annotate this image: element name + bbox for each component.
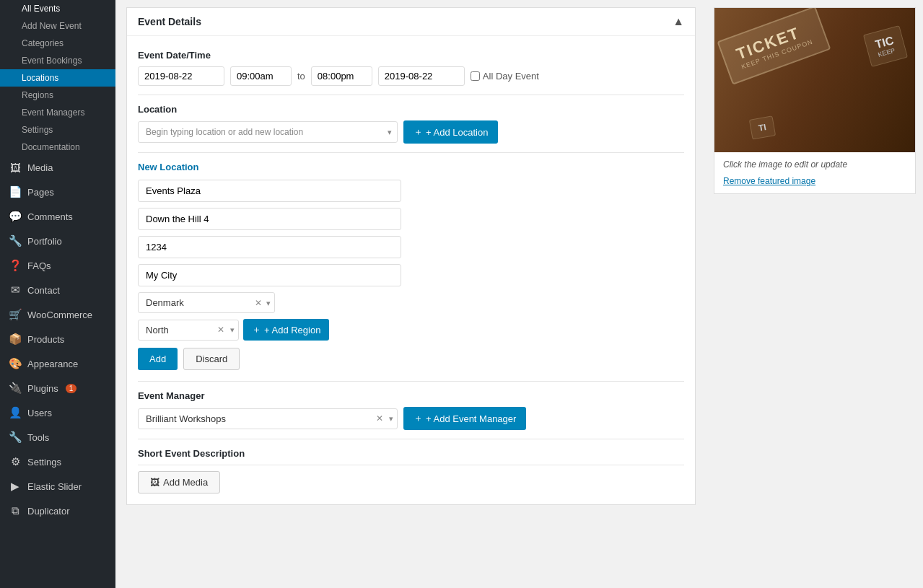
sidebar-item-appearance[interactable]: 🎨 Appearance [0, 351, 115, 376]
products-icon: 📦 [9, 333, 22, 346]
sidebar-item-settings[interactable]: ⚙ Settings [0, 449, 115, 474]
plugins-badge: 1 [66, 384, 77, 393]
appearance-icon: 🎨 [9, 357, 22, 370]
add-manager-plus-icon: ＋ [414, 412, 423, 425]
manager-clear-icon[interactable]: ✕ [376, 413, 383, 424]
region-clear-icon[interactable]: ✕ [217, 325, 224, 335]
add-media-button[interactable]: 🖼 Add Media [138, 471, 220, 493]
to-label: to [297, 71, 305, 82]
location-action-row: Add Discard [138, 348, 684, 370]
comments-icon: 💬 [9, 210, 22, 223]
location-search-select[interactable]: Begin typing location or add new locatio… [138, 121, 398, 143]
sidebar-item-event-managers[interactable]: Event Managers [0, 104, 115, 121]
manager-select-wrapper: Brilliant Workshops ✕ [138, 408, 398, 429]
add-button[interactable]: Add [138, 348, 178, 370]
settings-icon: ⚙ [9, 455, 22, 468]
add-location-button[interactable]: ＋ + Add Location [403, 120, 498, 144]
all-day-label[interactable]: All Day Event [471, 71, 539, 82]
datetime-label: Event Date/Time [138, 50, 684, 61]
end-time-input[interactable] [311, 66, 372, 86]
sidebar-item-add-new-event[interactable]: Add New Event [0, 17, 115, 35]
tools-icon: 🔧 [9, 431, 22, 444]
add-location-plus-icon: ＋ [414, 126, 423, 139]
start-time-input[interactable] [230, 66, 292, 86]
country-region-row: Denmark ✕ [138, 292, 684, 313]
add-event-manager-button[interactable]: ＋ + Add Event Manager [403, 407, 526, 430]
sidebar-item-duplicator[interactable]: ⧉ Duplicator [0, 499, 115, 523]
sidebar-item-locations[interactable]: Locations [0, 69, 115, 87]
all-day-checkbox[interactable] [471, 71, 480, 81]
panel-title: Event Details [138, 16, 201, 27]
media-icon: 🖼 [9, 162, 22, 174]
portfolio-icon: 🔧 [9, 234, 22, 247]
woocommerce-icon: 🛒 [9, 308, 22, 321]
location-search-row: Begin typing location or add new locatio… [138, 120, 684, 144]
sidebar-item-products[interactable]: 📦 Products [0, 327, 115, 351]
event-manager-row: Brilliant Workshops ✕ ＋ + Add Event Mana… [138, 407, 684, 430]
featured-image-box: TICKET KEEP THIS COUPON TIC KEEP TI Clic… [714, 7, 916, 194]
discard-button[interactable]: Discard [183, 348, 240, 370]
sidebar-item-faqs[interactable]: ❓ FAQs [0, 253, 115, 278]
location-city-input[interactable] [138, 264, 401, 286]
right-sidebar: TICKET KEEP THIS COUPON TIC KEEP TI Clic… [707, 0, 923, 588]
panel-header: Event Details ▲ [127, 8, 695, 36]
sidebar-item-plugins[interactable]: 🔌 Plugins 1 [0, 376, 115, 400]
sidebar-item-tools[interactable]: 🔧 Tools [0, 425, 115, 449]
content-area: Event Details ▲ Event Date/Time to [115, 0, 707, 588]
location-name-input[interactable] [138, 180, 401, 202]
featured-image[interactable]: TICKET KEEP THIS COUPON TIC KEEP TI [714, 8, 915, 152]
plugins-icon: 🔌 [9, 382, 22, 395]
elastic-slider-icon: ▶ [9, 480, 22, 493]
datetime-row: to All Day Event [138, 66, 684, 86]
ticket-text-3: TI [758, 122, 767, 133]
sidebar-item-all-events[interactable]: All Events [0, 0, 115, 17]
event-details-panel: Event Details ▲ Event Date/Time to [126, 7, 696, 505]
sidebar: All Events Add New Event Categories Even… [0, 0, 115, 588]
sidebar-item-users[interactable]: 👤 Users [0, 400, 115, 425]
location-address-input[interactable] [138, 208, 401, 230]
sidebar-item-media[interactable]: 🖼 Media [0, 156, 115, 180]
manager-select[interactable]: Brilliant Workshops [138, 408, 398, 429]
location-search-wrapper: Begin typing location or add new locatio… [138, 121, 398, 143]
country-clear-icon[interactable]: ✕ [255, 298, 262, 308]
remove-featured-image-link[interactable]: Remove featured image [723, 176, 815, 186]
region-row: North ✕ ＋ + Add Region [138, 319, 684, 341]
add-region-plus-icon: ＋ [252, 323, 261, 336]
sidebar-item-comments[interactable]: 💬 Comments [0, 204, 115, 229]
add-media-icon: 🖼 [150, 477, 159, 488]
start-date-input[interactable] [138, 66, 224, 86]
collapse-button[interactable]: ▲ [673, 15, 684, 28]
sidebar-item-settings-events[interactable]: Settings [0, 121, 115, 139]
main-area: Event Details ▲ Event Date/Time to [115, 0, 923, 588]
sidebar-item-event-bookings[interactable]: Event Bookings [0, 52, 115, 69]
sidebar-item-documentation[interactable]: Documentation [0, 139, 115, 156]
sidebar-item-pages[interactable]: 📄 Pages [0, 180, 115, 204]
sidebar-item-woocommerce[interactable]: 🛒 WooCommerce [0, 302, 115, 327]
sidebar-item-contact[interactable]: ✉ Contact [0, 278, 115, 302]
location-label: Location [138, 104, 684, 115]
contact-icon: ✉ [9, 284, 22, 297]
users-icon: 👤 [9, 406, 22, 419]
click-to-edit-text: Click the image to edit or update [723, 159, 906, 170]
sidebar-item-categories[interactable]: Categories [0, 35, 115, 52]
region-select-wrapper: North ✕ [138, 320, 239, 341]
location-zip-input[interactable] [138, 236, 401, 258]
sidebar-item-regions[interactable]: Regions [0, 87, 115, 104]
duplicator-icon: ⧉ [9, 504, 22, 517]
short-desc-label: Short Event Description [138, 448, 684, 459]
add-region-button[interactable]: ＋ + Add Region [243, 319, 329, 341]
event-manager-label: Event Manager [138, 390, 684, 401]
sidebar-item-portfolio[interactable]: 🔧 Portfolio [0, 229, 115, 253]
featured-image-footer: Click the image to edit or update Remove… [714, 152, 915, 193]
pages-icon: 📄 [9, 185, 22, 198]
sidebar-item-elastic-slider[interactable]: ▶ Elastic Slider [0, 474, 115, 499]
panel-body: Event Date/Time to All Day Event [127, 36, 695, 504]
faqs-icon: ❓ [9, 259, 22, 272]
country-select-wrapper: Denmark ✕ [138, 292, 275, 313]
end-date-input[interactable] [378, 66, 465, 86]
new-location-heading: New Location [138, 162, 684, 172]
